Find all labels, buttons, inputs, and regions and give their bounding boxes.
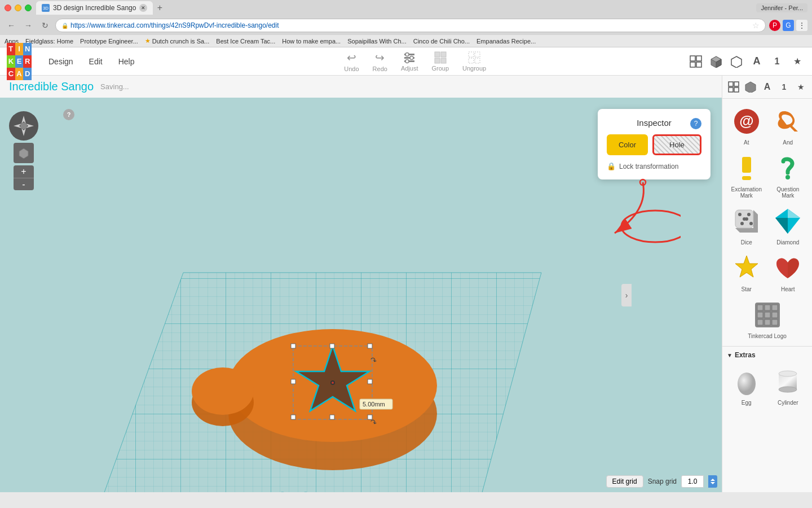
- adjust-button[interactable]: Adjust: [401, 51, 418, 72]
- text-panel-button[interactable]: A: [760, 79, 775, 95]
- tinkercad-logo[interactable]: T I N K E R C A D: [7, 43, 32, 80]
- 3d-panel-button[interactable]: [743, 79, 758, 95]
- zoom-out-button[interactable]: -: [14, 178, 34, 190]
- shape-item-exclamation[interactable]: Exclamation Mark: [727, 150, 766, 201]
- extras-header[interactable]: ▼ Extras: [727, 349, 807, 361]
- bookmark-dutch[interactable]: ★ Dutch crunch is Sa...: [145, 37, 210, 45]
- snap-grid-input[interactable]: [681, 475, 704, 488]
- shape-item-star[interactable]: Star: [727, 250, 766, 295]
- compass-control[interactable]: [9, 111, 38, 141]
- tab-title: 3D design Incredible Sango: [53, 4, 136, 12]
- maximize-window-button[interactable]: [25, 5, 32, 11]
- extension-icon-3[interactable]: ⋮: [796, 20, 807, 31]
- shape-item-dice[interactable]: Dice: [727, 203, 766, 248]
- bookmark-sopaipillas[interactable]: Sopaipillas With Ch...: [347, 38, 407, 45]
- shape-item-question[interactable]: Question Mark: [769, 150, 808, 201]
- svg-rect-16: [690, 62, 695, 67]
- shape-label-cylinder: Cylinder: [778, 400, 798, 406]
- profile-button[interactable]: Jennifer - Per...: [756, 3, 807, 12]
- star-view-button[interactable]: ★: [789, 54, 805, 69]
- forward-button[interactable]: →: [21, 19, 35, 32]
- bookmark-prototype[interactable]: Prototype Engineer...: [80, 38, 138, 45]
- shape-label-egg: Egg: [742, 400, 752, 406]
- svg-rect-82: [772, 305, 778, 310]
- canvas-container[interactable]: Workplane: [0, 98, 722, 492]
- back-button[interactable]: ←: [5, 19, 18, 32]
- bookmark-empanadas2[interactable]: Empanadas Recipe...: [476, 38, 536, 45]
- grid-panel-button[interactable]: [726, 79, 742, 95]
- app-header: T I N K E R C A D Design Edit Help ↩: [0, 47, 812, 76]
- inspector-buttons: Color Hole: [607, 134, 701, 155]
- nav-design[interactable]: Design: [41, 47, 81, 76]
- inspector-help-button[interactable]: ?: [690, 118, 701, 129]
- number-panel-button[interactable]: 1: [776, 79, 792, 95]
- bookmark-empanadas[interactable]: How to make empa...: [282, 38, 341, 45]
- cube-small-icon: [18, 147, 29, 159]
- nav-edit[interactable]: Edit: [81, 47, 111, 76]
- shape-item-egg[interactable]: Egg: [727, 364, 766, 408]
- shape-img-question: [772, 152, 804, 184]
- ungroup-button[interactable]: Ungroup: [462, 51, 486, 72]
- close-window-button[interactable]: [5, 5, 11, 11]
- snap-grid-label: Snap grid: [648, 478, 677, 485]
- bookmark-star-icon[interactable]: ☆: [752, 21, 760, 30]
- saving-text: Saving...: [100, 82, 129, 91]
- text-view-button[interactable]: A: [749, 54, 765, 69]
- home-view-button[interactable]: [14, 143, 34, 163]
- extras-collapse-icon: ▼: [727, 352, 732, 358]
- svg-rect-9: [441, 58, 446, 63]
- hole-button[interactable]: Hole: [652, 134, 701, 155]
- svg-point-92: [779, 387, 797, 392]
- shape-item-diamond[interactable]: Diamond: [769, 203, 808, 248]
- bookmark-icecream[interactable]: Best Ice Cream Tac...: [216, 38, 275, 45]
- shape-item-cylinder[interactable]: Cylinder: [769, 364, 808, 408]
- pinterest-icon[interactable]: P: [769, 20, 780, 31]
- shape-item-heart[interactable]: Heart: [769, 250, 808, 295]
- 3d-panel-icon: [745, 81, 756, 93]
- traffic-lights: [5, 5, 32, 11]
- edit-grid-button[interactable]: Edit grid: [606, 475, 643, 488]
- shape-item-and[interactable]: And: [769, 103, 808, 148]
- svg-point-40: [332, 382, 334, 384]
- toolbar: ↩ Undo ↪ Redo Adjust: [143, 51, 688, 72]
- lock-icon: 🔒: [607, 162, 616, 170]
- active-tab[interactable]: 3D 3D design Incredible Sango ✕: [36, 1, 153, 15]
- shape-grid: @ At And: [722, 99, 812, 346]
- svg-point-70: [740, 222, 744, 225]
- ungroup-label: Ungroup: [462, 65, 486, 72]
- color-button[interactable]: Color: [607, 134, 648, 155]
- extras-grid: Egg: [727, 361, 807, 410]
- snap-grid-stepper[interactable]: [708, 475, 717, 488]
- number-view-button[interactable]: 1: [769, 54, 785, 69]
- svg-rect-12: [469, 58, 474, 63]
- shape-item-tinkercad[interactable]: Tinkercad Logo: [727, 297, 807, 341]
- minimize-window-button[interactable]: [15, 5, 21, 11]
- extension-icon-2[interactable]: G: [783, 20, 794, 31]
- new-tab-button[interactable]: +: [153, 1, 166, 15]
- zoom-in-button[interactable]: +: [14, 165, 34, 178]
- tab-close-button[interactable]: ✕: [139, 4, 147, 12]
- bookmark-cinco[interactable]: Cinco de Chili Cho...: [413, 38, 470, 45]
- cube-view-button[interactable]: [708, 54, 724, 69]
- shape-item-at[interactable]: @ At: [727, 103, 766, 148]
- undo-button[interactable]: ↩ Undo: [344, 51, 359, 72]
- group-icon: [434, 51, 447, 64]
- group-button[interactable]: Group: [431, 51, 449, 72]
- bookmark-fieldglass[interactable]: Fieldglass: Home: [25, 38, 73, 45]
- nav-help[interactable]: Help: [111, 47, 143, 76]
- help-button[interactable]: ?: [63, 109, 74, 120]
- inspector-title: Inspector: [607, 118, 701, 128]
- shape-label-and: And: [783, 139, 793, 146]
- address-bar[interactable]: 🔒 https://www.tinkercad.com/things/42nS9…: [55, 19, 766, 32]
- collapse-panel-button[interactable]: ›: [621, 284, 632, 306]
- shape-label-question: Question Mark: [771, 186, 806, 199]
- redo-button[interactable]: ↪ Redo: [373, 51, 387, 72]
- refresh-button[interactable]: ↻: [38, 19, 52, 32]
- svg-point-4: [410, 56, 413, 59]
- design-title[interactable]: Incredible Sango: [9, 80, 94, 93]
- svg-point-5: [405, 59, 409, 63]
- grid-view-button[interactable]: [688, 54, 704, 69]
- logo-k: K: [7, 55, 15, 68]
- 3d-view-button[interactable]: [729, 54, 744, 69]
- star-panel-button[interactable]: ★: [793, 79, 809, 95]
